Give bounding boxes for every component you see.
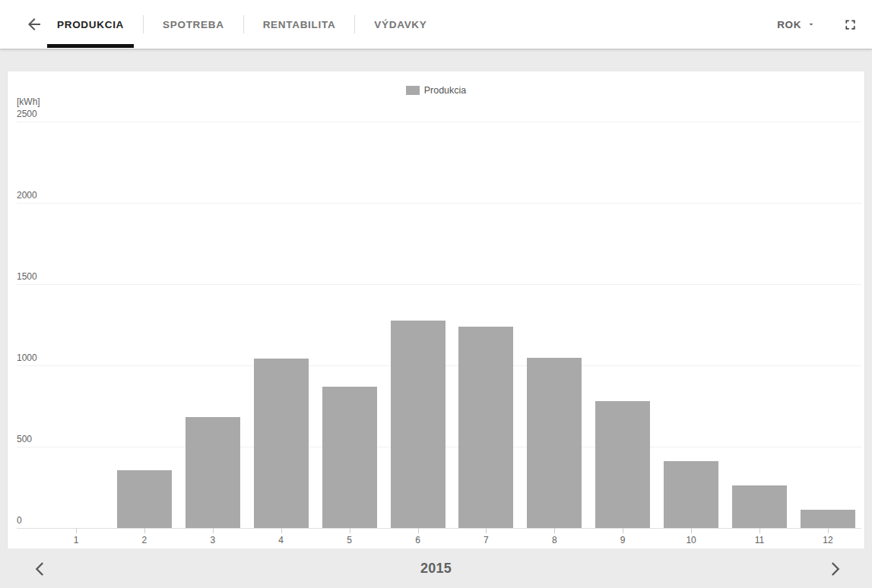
period-mode-label: ROK <box>777 19 801 30</box>
back-button[interactable] <box>21 11 47 37</box>
x-axis-tick <box>554 528 555 533</box>
top-app-bar: PRODUKCIA SPOTREBA RENTABILITA VÝDAVKY R… <box>0 0 872 49</box>
x-tick-label: 7 <box>471 535 501 545</box>
x-tick-label: 4 <box>266 535 296 545</box>
tab-label: RENTABILITA <box>263 19 336 30</box>
gridline <box>17 528 861 529</box>
x-tick-label: 2 <box>129 535 160 545</box>
x-tick-label: 8 <box>539 535 569 545</box>
gridline <box>17 284 861 285</box>
x-tick-label: 9 <box>607 535 638 545</box>
tab-label: SPOTREBA <box>163 19 224 30</box>
bar-month-7[interactable] <box>458 327 513 528</box>
tab-bar: PRODUKCIA SPOTREBA RENTABILITA VÝDAVKY <box>47 0 437 49</box>
gridline <box>17 203 861 204</box>
topbar-right-controls: ROK <box>772 0 872 49</box>
x-axis-tick <box>144 528 145 533</box>
bar-month-10[interactable] <box>664 461 718 528</box>
bar-month-5[interactable] <box>322 387 377 528</box>
y-tick-label: 1500 <box>17 272 37 281</box>
bar-month-11[interactable] <box>732 485 787 528</box>
previous-period-button[interactable] <box>27 556 53 582</box>
x-tick-label: 1 <box>61 535 91 545</box>
plot-area: 05001000150020002500123456789101112 <box>17 122 861 528</box>
tab-label: VÝDAVKY <box>374 19 426 30</box>
legend-label: Produkcia <box>424 85 467 96</box>
x-tick-label: 10 <box>676 535 706 545</box>
period-navigation: 2015 <box>0 548 872 588</box>
chevron-right-icon <box>823 558 846 580</box>
x-axis-tick <box>623 528 623 533</box>
tab-vydavky[interactable]: VÝDAVKY <box>364 0 436 49</box>
y-axis-unit-label: [kWh] <box>17 96 40 107</box>
caret-down-icon <box>807 20 816 29</box>
x-axis-tick <box>828 528 829 533</box>
x-axis-tick <box>350 528 350 533</box>
bar-month-4[interactable] <box>254 359 309 528</box>
x-axis-tick <box>418 528 419 533</box>
x-axis-tick <box>486 528 487 533</box>
x-axis-tick <box>213 528 214 533</box>
fullscreen-icon <box>842 17 858 33</box>
bar-month-6[interactable] <box>391 321 446 528</box>
chevron-left-icon <box>29 558 52 580</box>
bar-month-2[interactable] <box>117 470 172 528</box>
arrow-back-icon <box>25 15 43 33</box>
tab-produkcia[interactable]: PRODUKCIA <box>47 0 134 49</box>
bar-month-9[interactable] <box>595 401 650 528</box>
x-tick-label: 12 <box>813 535 843 545</box>
y-tick-label: 2500 <box>17 109 37 119</box>
tab-separator <box>243 15 244 33</box>
x-tick-label: 5 <box>335 535 365 545</box>
y-tick-label: 2000 <box>17 191 37 200</box>
legend: Produkcia <box>0 85 872 96</box>
x-axis-tick <box>76 528 77 533</box>
x-axis-tick <box>759 528 760 533</box>
legend-swatch-icon <box>406 86 420 95</box>
y-tick-label: 0 <box>17 516 22 525</box>
tab-label: PRODUKCIA <box>57 19 124 30</box>
tab-separator <box>354 15 355 33</box>
x-tick-label: 11 <box>744 535 775 545</box>
y-tick-label: 500 <box>17 435 32 444</box>
x-tick-label: 3 <box>198 535 228 545</box>
bar-month-12[interactable] <box>801 510 855 528</box>
chart-card: 05001000150020002500123456789101112 <box>8 71 864 548</box>
x-tick-label: 6 <box>403 535 433 545</box>
x-axis-tick <box>691 528 692 533</box>
next-period-button[interactable] <box>822 556 848 582</box>
tab-spotreba[interactable]: SPOTREBA <box>153 0 234 49</box>
y-tick-label: 1000 <box>17 353 37 362</box>
period-mode-dropdown[interactable]: ROK <box>772 16 820 33</box>
bar-month-3[interactable] <box>185 417 240 528</box>
gridline <box>17 122 861 122</box>
period-label: 2015 <box>0 548 872 588</box>
tab-separator <box>143 15 144 33</box>
active-tab-indicator <box>47 44 134 48</box>
fullscreen-button[interactable] <box>837 11 863 37</box>
x-axis-tick <box>281 528 282 533</box>
bar-month-8[interactable] <box>527 358 582 528</box>
tab-rentabilita[interactable]: RENTABILITA <box>253 0 346 49</box>
